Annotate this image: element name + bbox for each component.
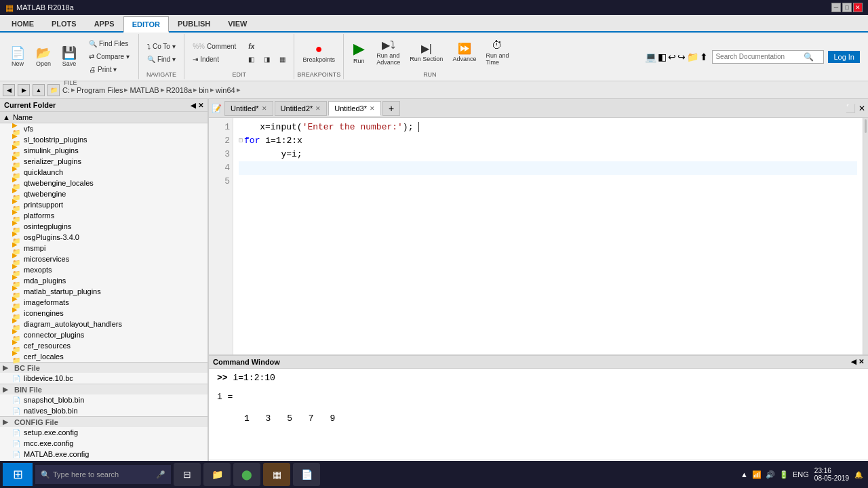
edit-btn2[interactable]: ◨ <box>260 54 274 65</box>
search-icon: 🔍 <box>804 52 814 62</box>
list-item[interactable]: 📄libdevice.10.bc <box>0 373 208 384</box>
explorer-button[interactable]: 📁 <box>203 463 231 486</box>
file-icon: 📄 <box>12 429 22 436</box>
search-input[interactable] <box>715 53 804 60</box>
advance-button[interactable]: ⏩ Advance <box>448 41 480 65</box>
tab-editor[interactable]: EDITOR <box>123 16 169 33</box>
goto-button[interactable]: ⤵ Co To ▾ <box>143 41 180 52</box>
list-item[interactable]: ▶ 📁iconengines <box>0 308 208 319</box>
list-item[interactable]: ▶ 📁cerf_locales <box>0 351 208 362</box>
list-item[interactable]: ▶ 📁serializer_plugins <box>0 156 208 167</box>
list-item[interactable]: 📄MATLAB.exe.config <box>0 449 208 460</box>
app-icon: ▦ <box>5 3 14 13</box>
editor-tab-untitled2[interactable]: Untitled2* ✕ <box>275 101 328 116</box>
list-item[interactable]: ▶BIN File <box>0 384 208 394</box>
list-item[interactable]: 📄natives_blob.bin <box>0 405 208 416</box>
chrome-button[interactable]: ⬤ <box>233 463 260 486</box>
volume-icon: 🔊 <box>766 470 775 479</box>
editor-undock-icon[interactable]: ⬜ <box>846 104 856 113</box>
tab-home[interactable]: HOME <box>3 15 43 31</box>
up-button[interactable]: ▲ <box>33 84 45 96</box>
editor-close-icon[interactable]: ✕ <box>859 104 865 113</box>
list-item[interactable]: ▶ 📁sl_toolstrip_plugins <box>0 134 208 145</box>
list-item[interactable]: ▶ 📁qtwebengine_locales <box>0 178 208 188</box>
ribbon-bar: 📄 New 📂 Open 💾 Save 🔍 Find Files ⇄ Compa… <box>0 33 868 81</box>
taskbar: ⊞ 🔍 Type here to search 🎤 ⊟ 📁 ⬤ ▦ 📄 ▲ 📶 … <box>0 461 868 488</box>
tab-apps[interactable]: APPS <box>85 15 123 31</box>
editor-tab-untitled[interactable]: Untitled* ✕ <box>224 101 273 116</box>
save-button[interactable]: 💾 Save <box>57 44 81 70</box>
breakpoints-button[interactable]: ● Breakpoints <box>299 40 340 66</box>
list-item[interactable]: ▶ 📁microservices <box>0 253 208 264</box>
fx-button[interactable]: fx <box>244 41 290 52</box>
run-advance-button[interactable]: ▶⤵ Run andAdvance <box>372 37 404 68</box>
run-button[interactable]: ▶ Run <box>347 39 371 67</box>
list-item[interactable]: ▶ 📁vfs <box>0 123 208 134</box>
list-item[interactable]: ▶ 📁qtwebengine <box>0 188 208 199</box>
run-time-button[interactable]: ⏱ Run andTime <box>481 37 513 68</box>
comment-button[interactable]: %% Comment <box>189 41 240 52</box>
edit-btn1[interactable]: ◧ <box>244 54 258 65</box>
taskview-button[interactable]: ⊟ <box>174 463 201 486</box>
toolbar-icon3: ↩ <box>668 52 676 62</box>
tray-arrow[interactable]: ▲ <box>741 470 748 479</box>
taskbar-search[interactable]: 🔍 Type here to search 🎤 <box>35 465 171 484</box>
list-item[interactable]: ▶ 📁mexopts <box>0 264 208 275</box>
list-item[interactable]: ▶ 📁connector_plugins <box>0 329 208 340</box>
code-line-4 <box>239 161 857 175</box>
find-button[interactable]: 🔍 Find ▾ <box>143 54 180 65</box>
tab-view[interactable]: VIEW <box>219 15 256 31</box>
list-item[interactable]: ▶ 📁diagram_autolayout_handlers <box>0 319 208 329</box>
list-item[interactable]: ▶ 📁msmpi <box>0 243 208 253</box>
editor-content[interactable]: 1 2 3 4 5 x=input('Enter the number:'); … <box>209 118 868 354</box>
run-section-button[interactable]: ▶| Run Section <box>406 41 447 65</box>
indent-button[interactable]: ⇥ Indent <box>189 54 240 65</box>
forward-button[interactable]: ▶ <box>18 84 30 96</box>
tab-plots[interactable]: PLOTS <box>43 15 85 31</box>
tab-publish[interactable]: PUBLISH <box>169 15 219 31</box>
maximize-button[interactable]: □ <box>842 3 852 12</box>
minimize-button[interactable]: ─ <box>831 3 841 12</box>
list-item[interactable]: 📄setup.exe.config <box>0 427 208 438</box>
notification-icon[interactable]: 🔔 <box>854 471 863 479</box>
login-button[interactable]: Log In <box>828 51 860 63</box>
editor-scrollbar[interactable] <box>863 118 868 354</box>
command-content[interactable]: >> i=1:2:10 i = 1 3 5 7 9 <box>209 369 868 459</box>
compare-button[interactable]: ⇄ Compare ▾ <box>85 51 134 62</box>
close-tab-untitled[interactable]: ✕ <box>262 105 267 112</box>
list-item[interactable]: ▶ 📁platforms <box>0 210 208 221</box>
goto-icon: ⤵ <box>147 43 151 50</box>
start-button[interactable]: ⊞ <box>3 463 33 486</box>
list-item[interactable]: ▶ 📁mda_plugins <box>0 275 208 286</box>
new-tab-button[interactable]: + <box>382 101 400 116</box>
list-item[interactable]: ▶ 📁imageformats <box>0 297 208 308</box>
list-item[interactable]: ▶BC File <box>0 362 208 373</box>
list-item[interactable]: ▶ 📁osintegplugins <box>0 221 208 232</box>
close-tab-untitled3[interactable]: ✕ <box>370 105 375 112</box>
back-button[interactable]: ◀ <box>3 84 15 96</box>
fold-btn-2[interactable]: ⊟ <box>239 134 243 148</box>
list-item[interactable]: ▶ 📁matlab_startup_plugins <box>0 286 208 297</box>
list-item[interactable]: ▶ 📁osgPlugins-3.4.0 <box>0 232 208 243</box>
list-item[interactable]: ▶ 📁cef_resources <box>0 340 208 351</box>
list-item[interactable]: ▶CONFIG File <box>0 416 208 427</box>
file-panel-header: Current Folder ◀ ✕ <box>0 99 208 112</box>
new-button[interactable]: 📄 New <box>5 44 30 70</box>
list-item[interactable]: ▶ 📁simulink_plugins <box>0 145 208 156</box>
matlab-button[interactable]: ▦ <box>263 463 290 486</box>
list-item[interactable]: ▶ 📁quicklaunch <box>0 167 208 178</box>
editor-tab-untitled3[interactable]: Untitled3* ✕ <box>328 101 381 116</box>
open-button[interactable]: 📂 Open <box>31 44 56 70</box>
find-files-button[interactable]: 🔍 Find Files <box>85 38 134 49</box>
print-button[interactable]: 🖨 Print ▾ <box>85 64 134 75</box>
list-item[interactable]: ▶ 📁printsupport <box>0 199 208 210</box>
list-item[interactable]: 📄mcc.exe.config <box>0 438 208 449</box>
edit-btn3[interactable]: ▦ <box>275 54 290 65</box>
close-tab-untitled2[interactable]: ✕ <box>315 105 321 112</box>
search-doc-box[interactable]: 🔍 <box>712 50 824 64</box>
close-button[interactable]: ✕ <box>853 3 863 12</box>
code-area[interactable]: x=input('Enter the number:'); ⊟ for i=1:… <box>233 118 863 354</box>
acrobat-button[interactable]: 📄 <box>293 463 320 486</box>
list-item[interactable]: 📄snapshot_blob.bin <box>0 394 208 405</box>
save-icon: 💾 <box>62 47 77 59</box>
